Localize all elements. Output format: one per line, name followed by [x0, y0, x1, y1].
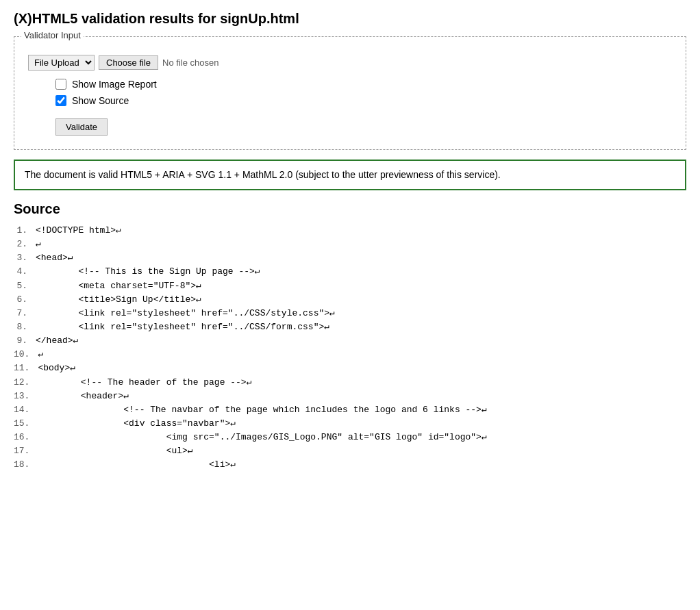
line-number: 15. [14, 417, 38, 431]
line-number: 13. [14, 390, 38, 403]
no-file-text: No file chosen [162, 58, 218, 68]
line-number: 16. [14, 431, 38, 444]
line-content: <meta charset="UTF-8">↵ [36, 279, 201, 293]
line-content: <img src="../Images/GIS_Logo.PNG" alt="G… [38, 431, 486, 444]
line-number: 17. [14, 444, 38, 458]
source-line: 16. <img src="../Images/GIS_Logo.PNG" al… [14, 431, 686, 444]
source-line: 13. <header>↵ [14, 390, 686, 403]
show-source-row: Show Source [55, 95, 672, 106]
line-content: ↵ [38, 348, 43, 361]
choose-file-button[interactable]: Choose file [99, 55, 158, 70]
line-content: <!DOCTYPE html>↵ [36, 224, 121, 238]
source-line: 10.↵ [14, 348, 686, 361]
source-line: 7. <link rel="stylesheet" href="../CSS/s… [14, 307, 686, 320]
line-content: <!-- This is the Sign Up page -->↵ [36, 265, 260, 279]
line-number: 14. [14, 403, 38, 417]
line-number: 9. [14, 334, 36, 348]
page-title: (X)HTML5 validation results for signUp.h… [14, 11, 686, 27]
line-number: 7. [14, 307, 36, 320]
show-image-report-row: Show Image Report [55, 79, 672, 90]
line-content: <li>↵ [38, 458, 236, 472]
show-source-label: Show Source [72, 95, 129, 106]
line-content: <ul>↵ [38, 444, 192, 458]
line-content: <!-- The header of the page -->↵ [38, 376, 251, 390]
line-content: <head>↵ [36, 251, 73, 265]
line-number: 4. [14, 265, 36, 279]
file-upload-select[interactable]: File Upload Enter URI Direct Input [28, 55, 95, 71]
line-number: 8. [14, 320, 36, 334]
show-image-report-label: Show Image Report [72, 79, 157, 90]
validate-button[interactable]: Validate [55, 118, 108, 136]
source-line: 2.↵ [14, 238, 686, 251]
source-line: 17. <ul>↵ [14, 444, 686, 458]
source-line: 18. <li>↵ [14, 458, 686, 472]
line-number: 3. [14, 251, 36, 265]
line-number: 18. [14, 458, 38, 472]
validator-input-legend: Validator Input [21, 30, 84, 40]
line-number: 11. [14, 361, 38, 375]
file-input-row: File Upload Enter URI Direct Input Choos… [28, 55, 672, 71]
line-content: ↵ [36, 238, 41, 251]
validation-result-box: The document is valid HTML5 + ARIA + SVG… [14, 160, 686, 190]
line-number: 1. [14, 224, 36, 238]
line-content: </head>↵ [36, 334, 78, 348]
line-content: <title>Sign Up</title>↵ [36, 293, 201, 307]
source-line: 1.<!DOCTYPE html>↵ [14, 224, 686, 238]
line-content: <!-- The navbar of the page which includ… [38, 403, 486, 417]
show-image-report-checkbox[interactable] [55, 79, 66, 90]
source-line: 12. <!-- The header of the page -->↵ [14, 376, 686, 390]
line-number: 6. [14, 293, 36, 307]
source-line: 5. <meta charset="UTF-8">↵ [14, 279, 686, 293]
source-line: 6. <title>Sign Up</title>↵ [14, 293, 686, 307]
line-number: 2. [14, 238, 36, 251]
line-content: <link rel="stylesheet" href="../CSS/form… [36, 320, 329, 334]
source-line: 14. <!-- The navbar of the page which in… [14, 403, 686, 417]
line-content: <link rel="stylesheet" href="../CSS/styl… [36, 307, 335, 320]
source-line: 8. <link rel="stylesheet" href="../CSS/f… [14, 320, 686, 334]
source-line: 15. <div class="navbar">↵ [14, 417, 686, 431]
source-line: 4. <!-- This is the Sign Up page -->↵ [14, 265, 686, 279]
validation-message: The document is valid HTML5 + ARIA + SVG… [25, 169, 501, 180]
line-content: <div class="navbar">↵ [38, 417, 236, 431]
source-line: 3.<head>↵ [14, 251, 686, 265]
source-line: 9.</head>↵ [14, 334, 686, 348]
line-number: 10. [14, 348, 38, 361]
line-content: <body>↵ [38, 361, 75, 375]
line-number: 5. [14, 279, 36, 293]
show-source-checkbox[interactable] [55, 95, 66, 106]
source-code-block: 1.<!DOCTYPE html>↵2.↵3.<head>↵4. <!-- Th… [14, 224, 686, 472]
line-number: 12. [14, 376, 38, 390]
line-content: <header>↵ [38, 390, 129, 403]
source-line: 11.<body>↵ [14, 361, 686, 375]
source-heading: Source [14, 201, 686, 217]
validator-input-section: Validator Input File Upload Enter URI Di… [14, 36, 686, 150]
